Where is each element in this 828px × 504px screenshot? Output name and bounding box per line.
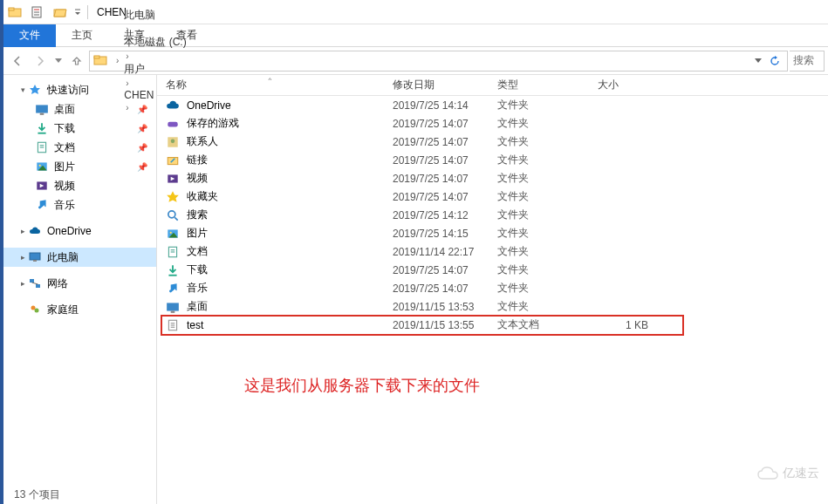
status-bar: 13 个项目 (7, 485, 60, 504)
status-text: 13 个项目 (14, 487, 60, 502)
chevron-right-icon[interactable]: ▸ (17, 227, 28, 235)
file-row[interactable]: test2019/11/15 13:55文本文档1 KB (157, 316, 828, 334)
cloud-icon (756, 466, 779, 481)
svg-marker-40 (167, 191, 179, 202)
svg-rect-28 (33, 260, 37, 262)
sidebar-item[interactable]: 视频 (3, 176, 156, 195)
sidebar-item-label: 桌面 (54, 102, 75, 117)
column-date[interactable]: 修改日期 (384, 78, 489, 92)
sidebar: ▾ 快速访问 桌面📌下载📌文档📌图片📌视频音乐 ▸ OneDrive ▸ 此电脑… (3, 75, 157, 504)
address-dropdown-icon[interactable] (750, 51, 766, 72)
search-box[interactable]: 搜索 (790, 51, 825, 72)
sidebar-item[interactable]: 图片📌 (3, 157, 156, 176)
column-type[interactable]: 类型 (489, 78, 589, 92)
file-list[interactable]: OneDrive2019/7/25 14:14文件夹保存的游戏2019/7/25… (157, 96, 828, 504)
svg-rect-27 (30, 253, 40, 260)
desktop-icon (166, 300, 180, 314)
file-name: 图片 (187, 226, 208, 241)
title-separator (87, 5, 88, 19)
up-button[interactable] (66, 51, 87, 72)
file-name: OneDrive (187, 99, 231, 112)
column-size[interactable]: 大小 (589, 78, 659, 92)
svg-point-36 (171, 139, 175, 143)
file-row[interactable]: 桌面2019/11/15 13:53文件夹 (157, 297, 828, 316)
recent-dropdown[interactable] (52, 51, 65, 72)
sidebar-item-label: OneDrive (47, 225, 92, 237)
watermark-text: 亿速云 (783, 466, 819, 481)
sidebar-item[interactable]: 文档📌 (3, 138, 156, 157)
download-icon (35, 121, 49, 135)
chevron-right-icon[interactable]: › (126, 51, 128, 61)
file-row[interactable]: 音乐2019/7/25 14:07文件夹 (157, 279, 828, 297)
desktop-icon (35, 102, 49, 116)
file-name: 视频 (187, 171, 208, 186)
file-name: 下载 (187, 262, 208, 277)
file-row[interactable]: 收藏夹2019/7/25 14:07文件夹 (157, 187, 828, 206)
file-date: 2019/7/25 14:07 (384, 283, 489, 295)
qat-folder-icon[interactable] (3, 2, 26, 23)
svg-marker-15 (30, 85, 40, 94)
folder-icon (93, 53, 109, 69)
address-box[interactable]: › 此电脑›本地磁盘 (C:)›用户›CHEN› (89, 51, 788, 72)
qat-dropdown-icon[interactable] (72, 2, 84, 23)
sidebar-item[interactable]: 桌面📌 (3, 99, 156, 119)
file-name: 桌面 (187, 299, 208, 314)
network-icon (28, 276, 42, 290)
video-icon (35, 179, 49, 193)
chevron-right-icon[interactable]: › (116, 56, 119, 65)
breadcrumb-segment[interactable]: 此电脑 (122, 8, 188, 23)
chevron-down-icon[interactable]: ▾ (17, 85, 28, 94)
file-type: 文件夹 (489, 98, 589, 112)
annotation-text: 这是我们从服务器下载下来的文件 (244, 375, 480, 396)
file-date: 2019/11/14 22:17 (384, 246, 489, 258)
sidebar-item-label: 下载 (54, 121, 75, 136)
file-row[interactable]: OneDrive2019/7/25 14:14文件夹 (157, 96, 828, 114)
file-row[interactable]: 图片2019/7/25 14:15文件夹 (157, 224, 828, 242)
pin-icon: 📌 (137, 105, 147, 114)
pc-icon (28, 250, 42, 264)
sidebar-item-label: 视频 (54, 179, 75, 194)
file-row[interactable]: 搜索2019/7/25 14:12文件夹 (157, 206, 828, 224)
svg-rect-17 (40, 113, 44, 115)
file-row[interactable]: 链接2019/7/25 14:07文件夹 (157, 151, 828, 169)
svg-point-33 (35, 309, 39, 313)
pic-icon (166, 227, 180, 241)
tab-file[interactable]: 文件 (3, 24, 56, 47)
sort-indicator-icon: ^ (269, 76, 272, 84)
file-row[interactable]: 文档2019/11/14 22:17文件夹 (157, 242, 828, 261)
games-icon (166, 117, 180, 131)
file-type: 文件夹 (489, 116, 589, 131)
search-icon (166, 208, 180, 222)
sidebar-item-label: 此电脑 (47, 250, 79, 265)
file-row[interactable]: 保存的游戏2019/7/25 14:07文件夹 (157, 114, 828, 133)
sidebar-item[interactable]: 下载📌 (3, 119, 156, 138)
file-row[interactable]: 视频2019/7/25 14:07文件夹 (157, 169, 828, 187)
file-date: 2019/7/25 14:07 (384, 136, 489, 148)
chevron-right-icon[interactable]: ▸ (17, 279, 28, 288)
svg-rect-1 (9, 8, 14, 10)
back-button[interactable] (7, 51, 28, 72)
qat-open-icon[interactable] (49, 2, 72, 23)
sidebar-item[interactable]: 音乐 (3, 195, 156, 215)
chevron-right-icon[interactable]: › (126, 24, 128, 34)
breadcrumb-segment[interactable]: 本地磁盘 (C:) (122, 35, 188, 50)
column-name[interactable]: 名称^ (157, 78, 384, 92)
sidebar-quick-access[interactable]: ▾ 快速访问 (3, 80, 156, 99)
chevron-right-icon[interactable]: ▸ (17, 253, 28, 262)
svg-marker-10 (55, 58, 62, 63)
sidebar-this-pc[interactable]: ▸ 此电脑 (3, 248, 156, 267)
file-row[interactable]: 下载2019/7/25 14:07文件夹 (157, 261, 828, 279)
sidebar-onedrive[interactable]: ▸ OneDrive (3, 221, 156, 241)
file-date: 2019/7/25 14:07 (384, 191, 489, 203)
textfile-icon (166, 318, 180, 332)
file-date: 2019/7/25 14:12 (384, 209, 489, 221)
tab-home[interactable]: 主页 (56, 24, 108, 47)
file-row[interactable]: 联系人2019/7/25 14:07文件夹 (157, 133, 828, 151)
sidebar-network[interactable]: ▸ 网络 (3, 274, 156, 293)
refresh-button[interactable] (766, 51, 784, 72)
sidebar-homegroup[interactable]: 家庭组 (3, 300, 156, 319)
svg-rect-51 (171, 310, 175, 312)
watermark: 亿速云 (756, 466, 819, 481)
forward-button[interactable] (30, 51, 51, 72)
qat-properties-icon[interactable] (26, 2, 49, 23)
